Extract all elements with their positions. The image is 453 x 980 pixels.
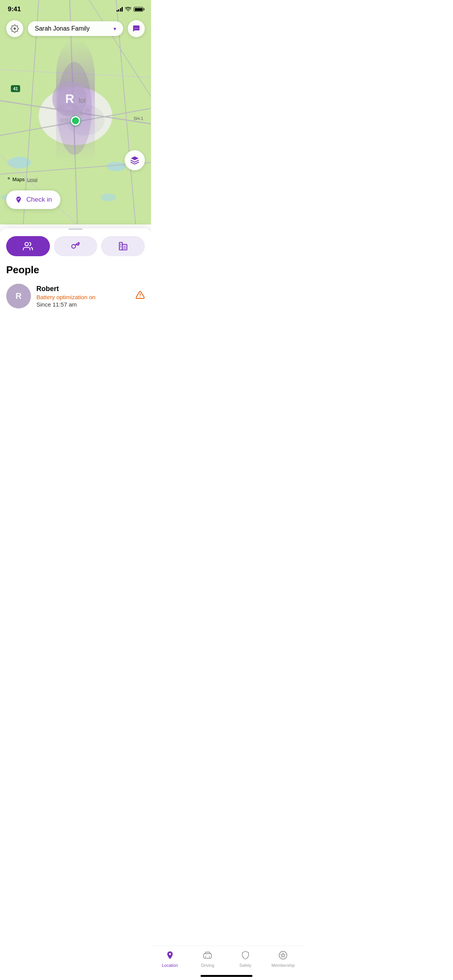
pin-dot (71, 116, 80, 125)
road-badge: 41 (11, 85, 20, 92)
key-icon (70, 241, 81, 251)
chat-button[interactable] (128, 20, 145, 37)
gear-button[interactable] (6, 20, 23, 37)
sh1-label: SH-1 (134, 116, 143, 121)
map-layers-button[interactable] (125, 150, 145, 170)
location-text: lol (79, 97, 86, 105)
svg-point-2 (106, 162, 126, 171)
person-info: Robert Battery optimization on Since 11:… (36, 285, 130, 308)
bottom-sheet: People R Robert Battery optimization on … (0, 228, 151, 347)
status-time: 9:41 (8, 5, 21, 13)
svg-point-40 (140, 296, 141, 297)
layers-icon (130, 156, 139, 165)
status-bar: 9:41 (0, 0, 151, 16)
chevron-down-icon: ▾ (113, 26, 116, 32)
person-status: Battery optimization on (36, 294, 130, 300)
svg-point-25 (14, 27, 16, 30)
apple-icon (6, 177, 12, 183)
map-header: Sarah Jonas Family ▾ (0, 20, 151, 37)
svg-point-29 (25, 242, 29, 246)
person-avatar: R (6, 284, 31, 308)
section-title: People (0, 256, 151, 281)
person-time: Since 11:57 am (36, 301, 130, 308)
battery-icon (134, 7, 143, 12)
map-area[interactable]: 41 SH-1 lol Sarah Jonas Family ▾ (0, 0, 151, 224)
person-card[interactable]: R Robert Battery optimization on Since 1… (0, 281, 151, 316)
svg-point-28 (137, 28, 138, 29)
tab-people[interactable] (6, 236, 50, 256)
signal-icon (117, 7, 123, 12)
person-name: Robert (36, 285, 130, 293)
svg-point-27 (136, 28, 137, 29)
svg-point-3 (101, 194, 116, 201)
checkin-button[interactable]: Check in (6, 190, 60, 209)
location-pin (71, 116, 80, 125)
chat-icon (132, 24, 141, 33)
status-icons (117, 7, 144, 12)
wifi-icon (125, 7, 131, 12)
tab-keys[interactable] (54, 236, 98, 256)
checkin-icon (15, 196, 22, 204)
tab-places[interactable] (101, 236, 145, 256)
family-selector[interactable]: Sarah Jonas Family ▾ (28, 21, 123, 36)
svg-point-26 (134, 28, 135, 29)
family-name: Sarah Jonas Family (35, 25, 89, 32)
building-icon (118, 241, 128, 251)
maps-attribution: Maps Legal (6, 176, 38, 183)
legal-link[interactable]: Legal (27, 177, 38, 182)
tab-selector (0, 230, 151, 256)
warning-icon (136, 290, 145, 302)
svg-rect-32 (122, 245, 127, 250)
gear-icon (10, 24, 19, 33)
apple-maps-logo: Maps (6, 176, 25, 183)
checkin-label: Check in (26, 196, 52, 204)
people-icon (23, 241, 33, 251)
